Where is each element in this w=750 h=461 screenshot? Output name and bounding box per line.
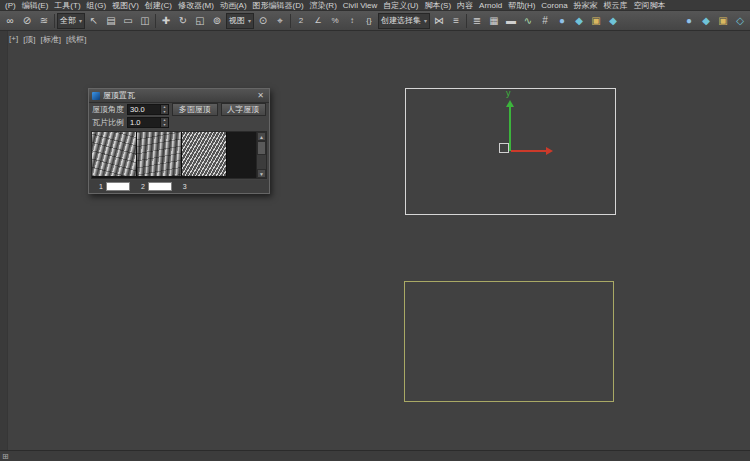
mirror-icon[interactable]: ⋈ [431,13,447,29]
select-by-name-icon[interactable]: ▤ [103,13,119,29]
use-pivot-point-center-icon[interactable]: ⊙ [255,13,271,29]
bind-to-space-warp-icon[interactable]: ≋ [36,13,52,29]
window-crossing-icon[interactable]: ◫ [137,13,153,29]
gizmo-x-arrowhead-icon [546,147,553,155]
tile-scale-label: 瓦片比例 [92,117,124,128]
tile-scale-field[interactable]: 1.0 ▴ ▾ [127,117,169,128]
rendered-frame-icon[interactable]: ▣ [715,13,731,29]
tile-texture-thumbnail-1[interactable] [92,132,137,176]
menu-scripting[interactable]: 脚本(S) [421,0,454,11]
schematic-view-icon[interactable]: # [537,13,553,29]
3dsmax-window: { "colors": { "axis-x": "#cc3a2a", "axis… [0,0,750,461]
gizmo-x-axis[interactable] [511,150,546,152]
tile-texture-list: ▲ ▼ [91,131,267,179]
menu-file[interactable]: (P) [2,0,19,11]
menu-corona[interactable]: Corona [538,0,570,11]
toggle-scene-explorer-icon[interactable]: ≣ [469,13,485,29]
toggle-layer-explorer-icon[interactable]: ▦ [486,13,502,29]
material-editor-icon[interactable]: ● [554,13,570,29]
gable-roof-button[interactable]: 人字屋顶 [221,103,267,116]
viewport-general-menu[interactable]: [+] [9,34,18,45]
menu-rendering[interactable]: 渲染(R) [307,0,340,11]
named-selection-set-dropdown[interactable]: 创建选择集 ▾ [378,13,430,29]
selection-filter-dropdown[interactable]: 全部 ▾ [57,13,85,29]
multi-face-roof-button[interactable]: 多面屋顶 [172,103,218,116]
menu-customize[interactable]: 自定义(U) [380,0,421,11]
percent-snap-toggle-icon[interactable]: % [327,13,343,29]
select-and-move-icon[interactable]: ✚ [158,13,174,29]
spinner-down-icon[interactable]: ▾ [161,123,168,128]
menu-content[interactable]: 内容 [454,0,476,11]
rectangle-shape[interactable] [404,281,614,402]
scroll-down-icon[interactable]: ▼ [257,169,266,178]
select-and-rotate-icon[interactable]: ↻ [175,13,191,29]
menu-plugin-model-cloud[interactable]: 模云库 [601,0,631,11]
menu-graph-editors[interactable]: 图形编辑器(D) [250,0,307,11]
grid-icon[interactable]: ⊞ [0,452,9,461]
angle-snap-toggle-icon[interactable]: ∠ [310,13,326,29]
tile-index-field-1[interactable] [106,182,130,191]
menu-tools[interactable]: 工具(T) [51,0,83,11]
curve-editor-icon[interactable]: ∿ [520,13,536,29]
tile-index-row: 1 2 3 [89,180,269,193]
rendered-frame-window-icon[interactable]: ▣ [588,13,604,29]
scrollbar-thumb[interactable] [257,141,266,155]
tile-index-label-3: 3 [183,183,187,190]
scrollbar-track[interactable] [257,155,266,169]
menu-plugin-banjiajia[interactable]: 扮家家 [571,0,601,11]
roof-angle-spinner[interactable]: ▴ ▾ [160,105,168,114]
unlink-selection-icon[interactable]: ⊘ [19,13,35,29]
reference-coordinate-dropdown[interactable]: 视图 ▾ [226,13,254,29]
menu-help[interactable]: 帮助(H) [505,0,538,11]
roof-angle-field[interactable]: 30.0 ▴ ▾ [127,104,169,115]
select-and-place-icon[interactable]: ⊚ [209,13,225,29]
rectangular-selection-region-icon[interactable]: ▭ [120,13,136,29]
viewport-shading-menu[interactable]: [线框] [66,34,86,45]
toolbar-separator [290,14,291,28]
menu-group[interactable]: 组(G) [84,0,110,11]
spinner-down-icon[interactable]: ▾ [161,110,168,115]
select-and-link-icon[interactable]: ∞ [2,13,18,29]
tile-texture-thumbnail-2[interactable] [137,132,182,176]
menu-civil-view[interactable]: Civil View [340,0,381,11]
menu-plugin-space-script[interactable]: 空间脚本 [631,0,669,11]
menu-arnold[interactable]: Arnold [476,0,505,11]
edit-named-selection-sets-icon[interactable]: {} [361,13,377,29]
render-production-icon[interactable]: ◆ [605,13,621,29]
render-setup-dialog-icon[interactable]: ◆ [698,13,714,29]
gizmo-xy-plane-handle[interactable] [499,143,509,153]
render-setup-icon[interactable]: ◆ [571,13,587,29]
material-editor-compact-icon[interactable]: ● [681,13,697,29]
render-last-icon[interactable]: ◇ [732,13,748,29]
tile-scale-value[interactable]: 1.0 [128,118,160,127]
menu-views[interactable]: 视图(V) [109,0,142,11]
viewport-pov-menu[interactable]: [顶] [23,34,35,45]
select-and-manipulate-icon[interactable]: ⌖ [272,13,288,29]
viewport-label-menus: [+] [顶] [标准] [线框] [9,34,86,45]
spinner-snap-toggle-icon[interactable]: ↕ [344,13,360,29]
gizmo-y-axis-label: y [506,89,511,98]
toggle-ribbon-icon[interactable]: ▬ [503,13,519,29]
toolbar-separator [155,14,156,28]
select-object-icon[interactable]: ↖ [86,13,102,29]
tile-list-scrollbar[interactable]: ▲ ▼ [256,132,266,178]
snaps-toggle-icon[interactable]: 2 [293,13,309,29]
dialog-title-bar[interactable]: 屋顶置瓦 ✕ [89,89,269,103]
align-icon[interactable]: ≡ [448,13,464,29]
viewport-top[interactable]: [+] [顶] [标准] [线框] y 屋顶置瓦 ✕ 屋顶角度 30.0 ▴ ▾ [0,31,750,450]
gizmo-y-axis[interactable] [509,107,511,151]
scroll-up-icon[interactable]: ▲ [257,132,266,141]
menu-modifiers[interactable]: 修改器(M) [175,0,217,11]
menu-animation[interactable]: 动画(A) [217,0,250,11]
viewport-standard-menu[interactable]: [标准] [41,34,61,45]
close-icon[interactable]: ✕ [255,91,266,100]
menu-edit[interactable]: 编辑(E) [19,0,52,11]
named-selection-set-value: 创建选择集 [381,15,421,26]
tile-texture-thumbnail-3[interactable] [182,132,227,176]
select-and-scale-icon[interactable]: ◱ [192,13,208,29]
menu-create[interactable]: 创建(C) [142,0,175,11]
tile-scale-spinner[interactable]: ▴ ▾ [160,118,168,127]
roof-angle-value[interactable]: 30.0 [128,105,160,114]
tile-index-field-2[interactable] [148,182,172,191]
chevron-down-icon: ▾ [79,17,82,24]
